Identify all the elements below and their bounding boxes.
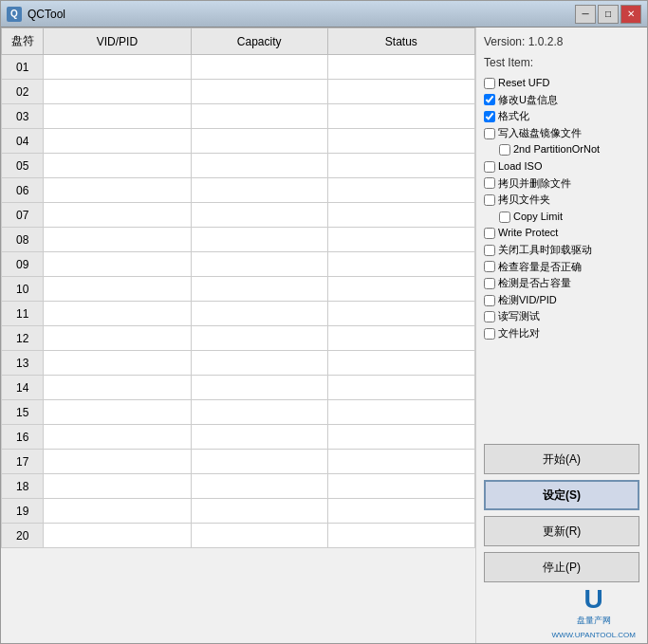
checkbox-item-detect_capacity: 检测是否占容量 (484, 275, 639, 292)
row-number: 08 (2, 228, 44, 252)
row-capacity (191, 499, 327, 524)
row-status (327, 499, 474, 524)
table-row: 02 (2, 80, 475, 104)
checkbox-item-format: 格式化 (484, 108, 639, 125)
row-capacity (191, 302, 327, 326)
app-icon: Q (7, 7, 22, 22)
checkbox-write_img[interactable] (484, 128, 495, 139)
row-vid (44, 55, 191, 80)
row-capacity (191, 326, 327, 351)
checkbox-label-rw_test: 读写测试 (498, 308, 540, 325)
checkbox-copy_limit[interactable] (499, 212, 510, 223)
table-row: 01 (2, 55, 475, 80)
checkbox-item-modify_info: 修改U盘信息 (484, 92, 639, 109)
col-header-vid: VID/PID (44, 28, 191, 55)
row-capacity (191, 55, 327, 80)
table-row: 09 (2, 252, 475, 277)
checkbox-copy_delete[interactable] (484, 177, 495, 189)
maximize-button[interactable]: □ (598, 5, 619, 24)
stop-button[interactable]: 停止(P) (484, 552, 639, 582)
device-table: 盘符 VID/PID Capacity Status 01 02 03 (1, 28, 475, 548)
row-status (327, 474, 474, 499)
row-status (327, 252, 474, 277)
row-status (327, 302, 474, 326)
checkbox-label-format: 格式化 (498, 108, 529, 125)
table-row: 10 (2, 277, 475, 302)
checkbox-detect_vid[interactable] (484, 295, 495, 306)
row-vid (44, 425, 191, 450)
checkbox-format[interactable] (484, 111, 495, 122)
row-capacity (191, 129, 327, 154)
table-row: 20 (2, 524, 475, 548)
row-number: 02 (2, 80, 44, 104)
table-row: 05 (2, 154, 475, 178)
checkbox-load_iso[interactable] (484, 161, 495, 173)
table-row: 15 (2, 400, 475, 425)
row-capacity (191, 228, 327, 252)
row-number: 14 (2, 376, 44, 400)
checkbox-rw_test[interactable] (484, 311, 495, 322)
checkbox-item-copy_folder: 拷贝文件夹 (484, 192, 639, 209)
row-vid (44, 203, 191, 228)
checkbox-file_compare[interactable] (484, 328, 495, 340)
refresh-button[interactable]: 更新(R) (484, 516, 639, 546)
row-capacity (191, 351, 327, 376)
col-header-capacity: Capacity (191, 28, 327, 55)
checkbox-reset_ufd[interactable] (484, 78, 495, 89)
row-status (327, 450, 474, 474)
table-row: 14 (2, 376, 475, 400)
row-number: 06 (2, 178, 44, 203)
checkbox-item-copy_limit: Copy Limit (484, 209, 639, 226)
table-row: 19 (2, 499, 475, 524)
checkbox-item-detect_vid: 检测VID/PID (484, 292, 639, 309)
row-capacity (191, 178, 327, 203)
row-number: 12 (2, 326, 44, 351)
row-number: 13 (2, 351, 44, 376)
row-number: 09 (2, 252, 44, 277)
table-container[interactable]: 盘符 VID/PID Capacity Status 01 02 03 (1, 28, 475, 643)
version-text: Version: 1.0.2.8 (484, 35, 639, 48)
row-vid (44, 302, 191, 326)
close-button[interactable]: ✕ (620, 5, 641, 24)
col-header-status: Status (327, 28, 474, 55)
row-capacity (191, 252, 327, 277)
titlebar-left: Q QCTool (7, 7, 65, 22)
checkbox-check_capacity[interactable] (484, 261, 495, 272)
row-number: 15 (2, 400, 44, 425)
left-panel: 盘符 VID/PID Capacity Status 01 02 03 (1, 28, 476, 643)
row-number: 01 (2, 55, 44, 80)
window-title: QCTool (28, 8, 65, 21)
checkbox-write_protect[interactable] (484, 228, 495, 239)
row-number: 18 (2, 474, 44, 499)
row-vid (44, 326, 191, 351)
table-row: 07 (2, 203, 475, 228)
row-status (327, 203, 474, 228)
row-vid (44, 104, 191, 129)
checkbox-item-load_iso: Load ISO (484, 158, 639, 175)
checkbox-label-modify_info: 修改U盘信息 (498, 92, 558, 109)
row-status (327, 104, 474, 129)
watermark-line1: 盘量产网 (551, 615, 636, 627)
checkbox-partition_or_not[interactable] (499, 144, 510, 156)
table-row: 16 (2, 425, 475, 450)
settings-button[interactable]: 设定(S) (484, 480, 639, 510)
start-button[interactable]: 开始(A) (484, 444, 639, 474)
row-vid (44, 450, 191, 474)
buttons-area: 开始(A) 设定(S) 更新(R) 停止(P) U 盘量产网 WWW.UPANT… (484, 444, 639, 635)
row-capacity (191, 80, 327, 104)
row-vid (44, 524, 191, 548)
checkbox-copy_folder[interactable] (484, 194, 495, 206)
row-status (327, 80, 474, 104)
row-vid (44, 252, 191, 277)
checkbox-modify_info[interactable] (484, 94, 495, 105)
minimize-button[interactable]: ─ (575, 5, 596, 24)
checkbox-unload_driver[interactable] (484, 245, 495, 256)
row-vid (44, 376, 191, 400)
checkbox-detect_capacity[interactable] (484, 278, 495, 289)
row-status (327, 524, 474, 548)
row-vid (44, 129, 191, 154)
right-panel: Version: 1.0.2.8 Test Item: Reset UFD修改U… (476, 28, 647, 643)
watermark-url: WWW.UPANTOOL.COM (551, 631, 636, 639)
row-vid (44, 154, 191, 178)
titlebar: Q QCTool ─ □ ✕ (1, 1, 647, 28)
